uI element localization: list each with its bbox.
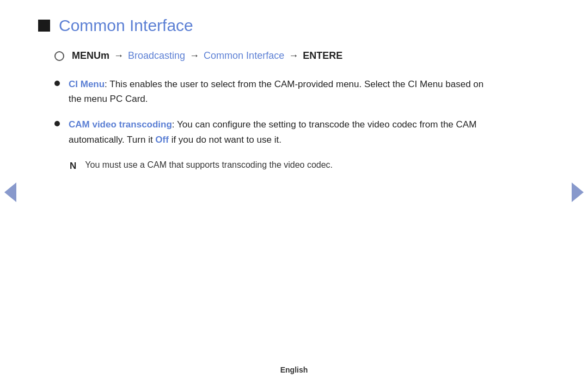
breadcrumb-common-interface: Common Interface — [204, 50, 284, 62]
footer-language: English — [280, 365, 308, 374]
breadcrumb-circle-icon — [54, 51, 64, 61]
breadcrumb-arrow-2: → — [189, 50, 199, 62]
breadcrumb-arrow-1: → — [114, 50, 124, 62]
note-row: N You must use a CAM that supports trans… — [70, 158, 490, 173]
breadcrumb: MENUm → Broadcasting → Common Interface … — [54, 50, 490, 62]
breadcrumb-menu: MENUm — [72, 50, 109, 62]
page-title: Common Interface — [59, 16, 193, 35]
bullet-dot-icon — [54, 81, 60, 86]
breadcrumb-broadcasting: Broadcasting — [128, 50, 185, 62]
prev-page-button[interactable] — [4, 182, 16, 202]
cam-text-after: if you do not want to use it. — [169, 135, 281, 145]
bullet-dot-icon — [54, 121, 60, 126]
list-item: CAM video transcoding: You can configure… — [54, 117, 490, 147]
next-page-button[interactable] — [572, 182, 584, 202]
bullet-text-2: CAM video transcoding: You can configure… — [69, 117, 490, 147]
bullet-list: CI Menu: This enables the user to select… — [54, 77, 490, 147]
list-item: CI Menu: This enables the user to select… — [54, 77, 490, 106]
main-content: Common Interface MENUm → Broadcasting → … — [0, 0, 534, 190]
note-label: N — [70, 159, 76, 173]
breadcrumb-enter: ENTERE — [303, 50, 342, 62]
bullet-text-1: CI Menu: This enables the user to select… — [69, 77, 490, 106]
cam-off-label: Off — [155, 135, 169, 145]
note-text: You must use a CAM that supports transco… — [85, 158, 490, 172]
title-square-icon — [38, 20, 50, 32]
cam-term: CAM video transcoding — [69, 119, 172, 130]
ci-menu-text: This enables the user to select from the… — [69, 79, 483, 104]
title-row: Common Interface — [38, 16, 490, 35]
ci-menu-term: CI Menu — [69, 79, 105, 89]
breadcrumb-arrow-3: → — [289, 50, 298, 62]
